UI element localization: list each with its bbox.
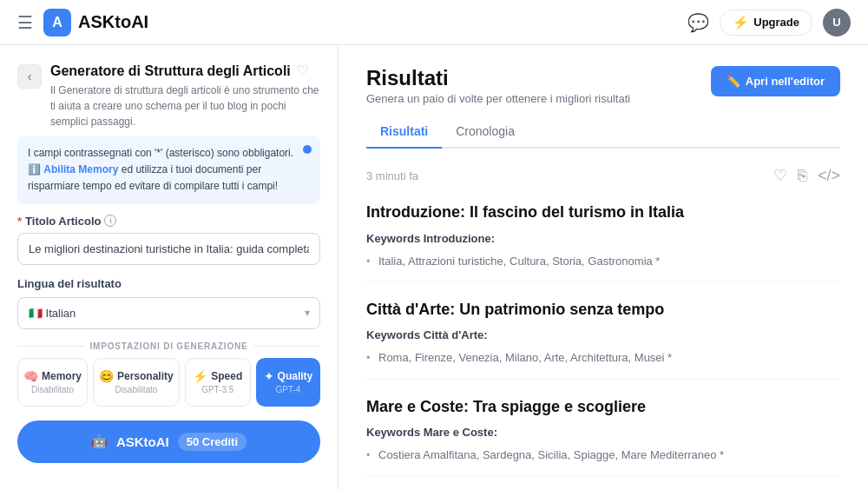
divider-0	[366, 281, 840, 282]
quality-icon: ✦	[264, 369, 274, 383]
panel-header: ‹ Generatore di Struttura degli Articoli…	[17, 63, 320, 129]
settings-row: 🧠 Memory Disabilitato 😊 Personality Disa…	[17, 358, 320, 407]
kw-item-2: Costiera Amalfitana, Sardegna, Sicilia, …	[366, 446, 840, 465]
section-heading-0: Introduzione: Il fascino del turismo in …	[366, 199, 840, 226]
topnav-left: ☰ A ASKtoAI	[17, 9, 148, 36]
right-panel: Risultati Genera un paio di volte per ot…	[339, 45, 868, 490]
right-title-block: Risultati Genera un paio di volte per ot…	[366, 66, 630, 105]
quality-sub: GPT-4	[275, 385, 300, 394]
tab-cronologia[interactable]: Cronologia	[442, 116, 529, 149]
panel-title: Generatore di Struttura degli Articoli ♡	[50, 63, 320, 79]
language-select-wrapper: 🇮🇹 Italian ▾	[17, 297, 320, 329]
title-field-label: * Titolo Articolo i	[17, 215, 320, 228]
kw-item-1: Roma, Firenze, Venezia, Milano, Arte, Ar…	[366, 348, 840, 368]
app-logo: A ASKtoAI	[43, 9, 148, 36]
language-select[interactable]: 🇮🇹 Italian	[17, 297, 320, 329]
chat-icon[interactable]: 💬	[687, 12, 709, 33]
right-subtitle: Genera un paio di volte per ottenere i m…	[366, 92, 630, 105]
enable-memory-link[interactable]: Abilita Memory	[43, 163, 118, 175]
open-editor-button[interactable]: ✏️ Apri nell'editor	[711, 66, 840, 96]
tabs: Risultati Cronologia	[366, 116, 840, 149]
code-action-icon[interactable]: </>	[818, 167, 840, 185]
generate-btn-label: ASKtoAI	[116, 434, 169, 449]
panel-title-block: Generatore di Struttura degli Articoli ♡…	[50, 63, 320, 129]
title-info-icon[interactable]: i	[104, 215, 116, 227]
bolt-icon: ⚡	[733, 15, 749, 30]
divider-1	[366, 379, 840, 380]
result-meta: 3 minuti fa ♡ ⎘ </>	[366, 166, 840, 185]
result-content: Introduzione: Il fascino del turismo in …	[366, 199, 840, 490]
personality-setting-btn[interactable]: 😊 Personality Disabilitato	[93, 358, 180, 407]
main-layout: ‹ Generatore di Struttura degli Articoli…	[0, 45, 868, 490]
personality-label: Personality	[117, 370, 174, 382]
section-heading-2: Mare e Coste: Tra spiagge e scogliere	[366, 394, 840, 420]
memory-icon: 🧠	[23, 369, 38, 383]
memory-label: Memory	[42, 370, 82, 382]
kw-label-1: Keywords Città d'Arte:	[366, 326, 840, 345]
avatar[interactable]: U	[823, 9, 851, 36]
lang-field-label: Lingua del risultato	[17, 277, 320, 290]
upgrade-label: Upgrade	[753, 16, 799, 29]
back-button[interactable]: ‹	[17, 64, 42, 89]
pencil-icon: ✏️	[727, 75, 740, 88]
article-title-input[interactable]	[17, 233, 320, 265]
quality-setting-btn[interactable]: ✦ Quality GPT-4	[256, 358, 320, 407]
favorite-icon[interactable]: ♡	[296, 63, 308, 79]
right-header: Risultati Genera un paio di volte per ot…	[366, 66, 840, 105]
required-star: *	[17, 215, 22, 228]
divider-2	[366, 475, 840, 476]
personality-sub: Disabilitato	[115, 385, 157, 394]
info-box: I campi contrassegnati con '*' (asterisc…	[17, 136, 320, 204]
left-panel: ‹ Generatore di Struttura degli Articoli…	[0, 45, 339, 490]
memory-sub: Disabilitato	[31, 385, 74, 394]
generate-btn-logo: 🤖	[91, 434, 108, 449]
panel-desc: Il Generatore di struttura degli articol…	[50, 83, 320, 129]
result-actions: ♡ ⎘ </>	[773, 166, 840, 185]
topnav: ☰ A ASKtoAI 💬 ⚡ Upgrade U	[0, 0, 868, 45]
kw-label-2: Keywords Mare e Coste:	[366, 423, 840, 442]
copy-action-icon[interactable]: ⎘	[798, 167, 807, 185]
upgrade-button[interactable]: ⚡ Upgrade	[720, 10, 812, 36]
personality-icon: 😊	[99, 369, 114, 383]
open-editor-label: Apri nell'editor	[746, 75, 825, 88]
speed-label: Speed	[211, 370, 242, 382]
speed-icon: ⚡	[193, 369, 207, 383]
hamburger-icon[interactable]: ☰	[17, 12, 33, 33]
info-icon: ℹ️	[28, 163, 41, 175]
info-text-1: I campi contrassegnati con '*' (asterisc…	[28, 147, 293, 159]
progress-dot	[303, 145, 312, 154]
kw-label-0: Keywords Introduzione:	[366, 229, 840, 248]
memory-setting-btn[interactable]: 🧠 Memory Disabilitato	[17, 358, 88, 407]
speed-setting-btn[interactable]: ⚡ Speed GPT-3.5	[185, 358, 251, 407]
result-time: 3 minuti fa	[366, 169, 418, 182]
generate-button[interactable]: 🤖 ASKtoAI 50 Crediti	[17, 420, 320, 463]
quality-label: Quality	[278, 370, 313, 382]
section-heading-1: Città d'Arte: Un patrimonio senza tempo	[366, 296, 840, 323]
heart-action-icon[interactable]: ♡	[773, 166, 787, 185]
kw-item-0: Italia, Attrazioni turistiche, Cultura, …	[366, 252, 840, 271]
topnav-right: 💬 ⚡ Upgrade U	[687, 9, 851, 36]
logo-icon: A	[43, 9, 71, 36]
credits-badge: 50 Crediti	[178, 433, 247, 451]
tab-risultati[interactable]: Risultati	[366, 116, 442, 149]
speed-sub: GPT-3.5	[201, 385, 233, 394]
app-name: ASKtoAI	[78, 12, 148, 32]
generation-settings-label: IMPOSTAZIONI DI GENERAZIONE	[17, 341, 320, 351]
right-title: Risultati	[366, 66, 630, 90]
